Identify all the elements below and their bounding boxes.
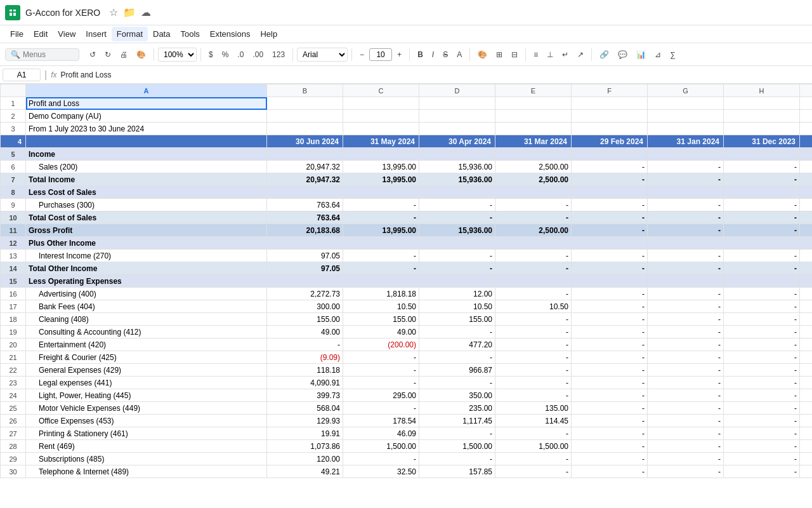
cell-b14[interactable]: 97.05 xyxy=(267,262,343,275)
col-header-b[interactable]: B xyxy=(267,84,343,97)
cell-d13[interactable]: - xyxy=(419,250,495,262)
cell-a18[interactable]: Cleaning (408) xyxy=(26,313,267,326)
cell-a23[interactable]: Legal expenses (441) xyxy=(26,377,267,389)
format-num-button[interactable]: 123 xyxy=(268,48,289,61)
cell-a27[interactable]: Printing & Stationery (461) xyxy=(26,427,267,440)
cell-a28[interactable]: Rent (469) xyxy=(26,440,267,453)
cell-c7[interactable]: 13,995.00 xyxy=(343,173,419,186)
cell-g19[interactable]: - xyxy=(648,326,724,338)
menu-data[interactable]: Data xyxy=(148,27,175,41)
cell-a21[interactable]: Freight & Courier (425) xyxy=(26,351,267,364)
cell-a9[interactable]: Purchases (300) xyxy=(26,199,267,211)
cell-b17[interactable]: 300.00 xyxy=(267,300,343,313)
cell-f4[interactable]: 29 Feb 2024 xyxy=(572,135,648,148)
cell-g27[interactable]: - xyxy=(648,427,724,440)
cell-last-27[interactable]: - xyxy=(800,427,813,440)
cell-e26[interactable]: 114.45 xyxy=(495,415,572,427)
cell-b6[interactable]: 20,947.32 xyxy=(267,161,343,173)
cell-a20[interactable]: Entertainment (420) xyxy=(26,338,267,351)
cell-f7[interactable]: - xyxy=(572,173,648,186)
cell-g16[interactable]: - xyxy=(648,288,724,300)
cell-c13[interactable]: - xyxy=(343,250,419,262)
cell-g14[interactable]: - xyxy=(648,262,724,275)
cell-a14[interactable]: Total Other Income xyxy=(26,262,267,275)
cell-f10[interactable]: - xyxy=(572,211,648,224)
cell-last-10[interactable]: - xyxy=(800,211,813,224)
cell-d17[interactable]: 10.50 xyxy=(419,300,495,313)
cell-e29[interactable]: - xyxy=(495,453,572,465)
cell-a4[interactable] xyxy=(26,135,267,148)
menu-help[interactable]: Help xyxy=(255,27,282,41)
cell-e22[interactable]: - xyxy=(495,364,572,377)
cell-g18[interactable]: - xyxy=(648,313,724,326)
cell-f17[interactable]: - xyxy=(572,300,648,313)
cell-d11[interactable]: 15,936.00 xyxy=(419,224,495,237)
cell-c4[interactable]: 31 May 2024 xyxy=(343,135,419,148)
cell-g3[interactable] xyxy=(648,123,724,135)
menu-extensions[interactable]: Extensions xyxy=(205,27,256,41)
cell-g11[interactable]: - xyxy=(648,224,724,237)
search-input[interactable] xyxy=(23,50,74,59)
cell-b4[interactable]: 30 Jun 2024 xyxy=(267,135,343,148)
cell-h3[interactable] xyxy=(724,123,800,135)
cell-f15[interactable] xyxy=(572,275,648,288)
cell-h23[interactable]: - xyxy=(724,377,800,389)
cell-f23[interactable]: - xyxy=(572,377,648,389)
cell-g7[interactable]: - xyxy=(648,173,724,186)
cell-h12[interactable] xyxy=(724,237,800,250)
cell-d27[interactable]: - xyxy=(419,427,495,440)
cell-d6[interactable]: 15,936.00 xyxy=(419,161,495,173)
cell-c6[interactable]: 13,995.00 xyxy=(343,161,419,173)
percent-button[interactable]: % xyxy=(218,48,233,61)
cell-g5[interactable] xyxy=(648,148,724,161)
cell-f9[interactable]: - xyxy=(572,199,648,211)
cell-a29[interactable]: Subscriptions (485) xyxy=(26,453,267,465)
cell-f19[interactable]: - xyxy=(572,326,648,338)
cell-c21[interactable]: - xyxy=(343,351,419,364)
cell-f25[interactable]: - xyxy=(572,402,648,415)
cell-c18[interactable]: 155.00 xyxy=(343,313,419,326)
cell-e27[interactable]: - xyxy=(495,427,572,440)
cell-a17[interactable]: Bank Fees (404) xyxy=(26,300,267,313)
cell-g4[interactable]: 31 Jan 2024 xyxy=(648,135,724,148)
cell-c8[interactable] xyxy=(343,186,419,199)
cell-last-30[interactable]: - xyxy=(800,465,813,478)
font-select[interactable]: Arial Verdana Times New Roman xyxy=(297,48,348,62)
col-header-h[interactable]: H xyxy=(724,84,800,97)
cell-e8[interactable] xyxy=(495,186,572,199)
cell-h1[interactable] xyxy=(724,97,800,110)
cell-h14[interactable]: - xyxy=(724,262,800,275)
cell-h10[interactable]: - xyxy=(724,211,800,224)
cell-a16[interactable]: Advertising (400) xyxy=(26,288,267,300)
cell-g2[interactable] xyxy=(648,110,724,123)
cell-last-15[interactable] xyxy=(800,275,813,288)
cell-f18[interactable]: - xyxy=(572,313,648,326)
cell-f6[interactable]: - xyxy=(572,161,648,173)
cell-last-6[interactable]: - xyxy=(800,161,813,173)
cell-c28[interactable]: 1,500.00 xyxy=(343,440,419,453)
cell-c24[interactable]: 295.00 xyxy=(343,389,419,402)
cell-h18[interactable]: - xyxy=(724,313,800,326)
cell-f12[interactable] xyxy=(572,237,648,250)
cell-f22[interactable]: - xyxy=(572,364,648,377)
cell-f21[interactable]: - xyxy=(572,351,648,364)
cell-f14[interactable]: - xyxy=(572,262,648,275)
cell-c20[interactable]: (200.00) xyxy=(343,338,419,351)
cell-last-3[interactable] xyxy=(800,123,813,135)
cell-b10[interactable]: 763.64 xyxy=(267,211,343,224)
cell-last-23[interactable]: - xyxy=(800,377,813,389)
cell-last-20[interactable]: - xyxy=(800,338,813,351)
col-header-a[interactable]: A xyxy=(26,84,267,97)
cell-h30[interactable]: - xyxy=(724,465,800,478)
cell-last-13[interactable]: - xyxy=(800,250,813,262)
cell-f5[interactable] xyxy=(572,148,648,161)
menu-format[interactable]: Format xyxy=(112,27,148,41)
cell-b19[interactable]: 49.00 xyxy=(267,326,343,338)
wrap-button[interactable]: ↵ xyxy=(558,48,572,61)
cell-e5[interactable] xyxy=(495,148,572,161)
cell-c11[interactable]: 13,995.00 xyxy=(343,224,419,237)
bold-button[interactable]: B xyxy=(414,48,427,61)
cell-e6[interactable]: 2,500.00 xyxy=(495,161,572,173)
cell-h26[interactable]: - xyxy=(724,415,800,427)
cell-d2[interactable] xyxy=(419,110,495,123)
